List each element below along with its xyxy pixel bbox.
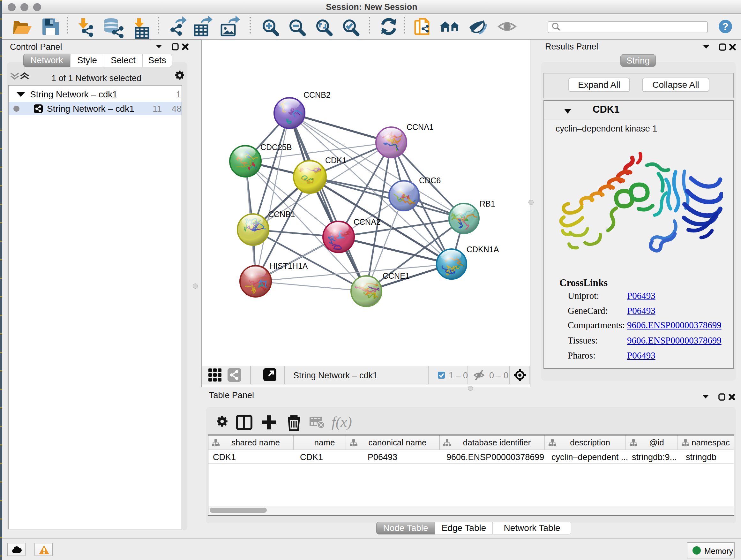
svg-text:HIST1H1A: HIST1H1A [270, 261, 308, 270]
svg-text:CCNB1: CCNB1 [268, 210, 295, 219]
svg-text:CDC6: CDC6 [419, 176, 441, 185]
svg-text:1 – 0: 1 – 0 [449, 371, 468, 380]
svg-text:CCNB2: CCNB2 [304, 90, 331, 99]
svg-text:CDC25B: CDC25B [260, 143, 292, 152]
svg-text:CCNE1: CCNE1 [383, 271, 410, 280]
svg-text:CDKN1A: CDKN1A [467, 245, 499, 254]
svg-text:f(x): f(x) [332, 414, 352, 430]
svg-text:CCNA1: CCNA1 [407, 123, 434, 132]
svg-text:0 – 0: 0 – 0 [489, 371, 509, 380]
svg-text:String Network – cdk1: String Network – cdk1 [293, 371, 378, 380]
svg-text:CCNA2: CCNA2 [354, 217, 381, 226]
svg-text:CDK1: CDK1 [325, 156, 347, 165]
svg-text:RB1: RB1 [480, 199, 495, 208]
svg-text:?: ? [722, 21, 729, 32]
